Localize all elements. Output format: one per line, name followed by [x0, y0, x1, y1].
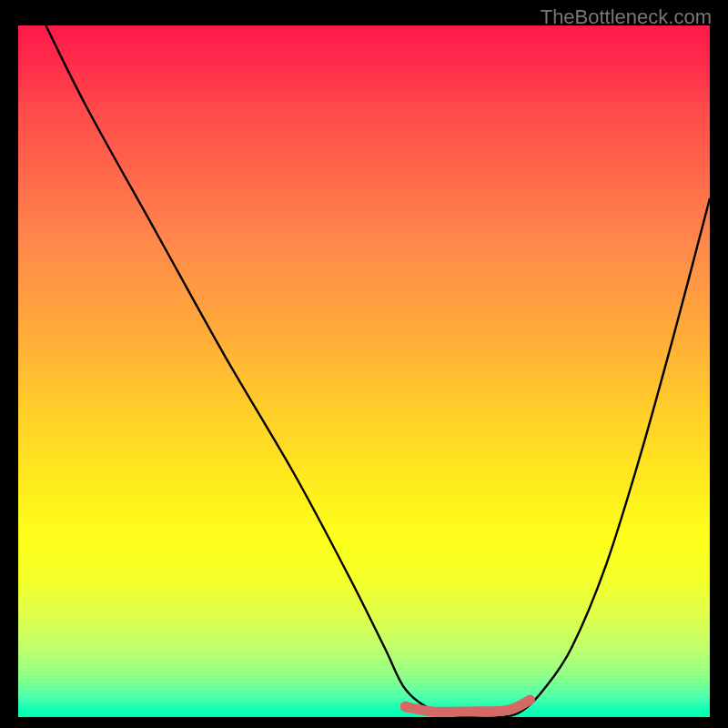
red-curve-segment	[406, 700, 531, 712]
red-curve-start-dot	[400, 702, 411, 713]
watermark-text: TheBottleneck.com	[541, 5, 712, 29]
plot-area	[18, 25, 710, 717]
curve-layer	[18, 25, 710, 717]
black-curve	[46, 25, 710, 717]
